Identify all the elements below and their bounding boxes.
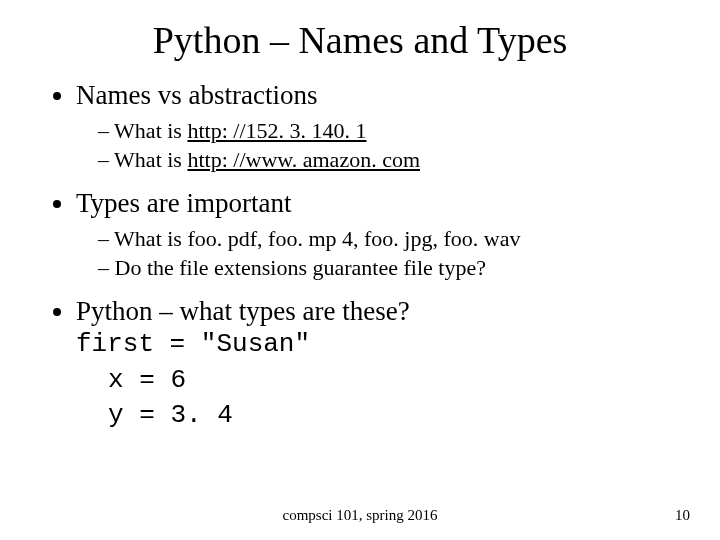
footer-course: compsci 101, spring 2016 [0, 507, 720, 524]
sub-item-ext-guarantee: Do the file extensions guarantee file ty… [98, 254, 680, 283]
sub-prefix: What is [114, 147, 187, 172]
slide-title: Python – Names and Types [40, 18, 680, 62]
sub-item-amazon-url: What is http: //www. amazon. com [98, 146, 680, 175]
sub-item-file-exts: What is foo. pdf, foo. mp 4, foo. jpg, f… [98, 225, 680, 254]
bullet-types-important: Types are important What is foo. pdf, fo… [76, 188, 680, 282]
bullet-text: Types are important [76, 188, 292, 218]
bullet-python-types: Python – what types are these? first = "… [76, 296, 680, 359]
slide: Python – Names and Types Names vs abstra… [0, 0, 720, 540]
link-amazon[interactable]: http: //www. amazon. com [187, 147, 420, 172]
bullet-list: Names vs abstractions What is http: //15… [40, 80, 680, 359]
sub-list: What is foo. pdf, foo. mp 4, foo. jpg, f… [76, 225, 680, 282]
code-line-x: x = 6 [108, 363, 680, 398]
bullet-names-vs-abstractions: Names vs abstractions What is http: //15… [76, 80, 680, 174]
bullet-text: Names vs abstractions [76, 80, 317, 110]
sub-list: What is http: //152. 3. 140. 1 What is h… [76, 117, 680, 174]
sub-item-ip-url: What is http: //152. 3. 140. 1 [98, 117, 680, 146]
page-number: 10 [675, 507, 690, 524]
bullet-text: Python – what types are these? [76, 296, 410, 326]
link-ip[interactable]: http: //152. 3. 140. 1 [187, 118, 366, 143]
code-inline-first: first = "Susan" [76, 329, 310, 359]
sub-prefix: What is [114, 118, 187, 143]
code-line-y: y = 3. 4 [108, 398, 680, 433]
code-block: x = 6 y = 3. 4 [108, 363, 680, 433]
